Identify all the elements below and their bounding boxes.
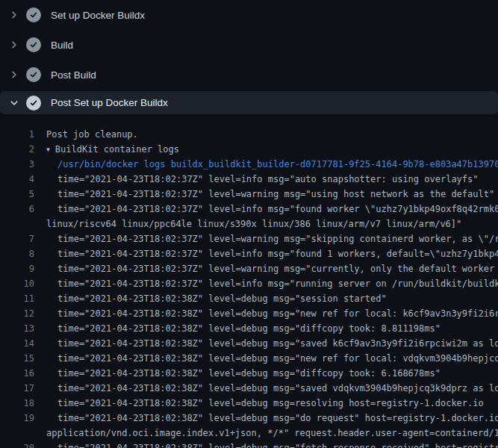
log-line-text: ▼time="2021-04-23T18:02:37Z" level=info … xyxy=(34,246,498,261)
log-line-text: ▼Post job cleanup. xyxy=(34,127,138,142)
log-line-number[interactable]: 6 xyxy=(0,202,34,217)
log-line-text: ▼time="2021-04-23T18:02:37Z" level=warni… xyxy=(34,261,498,276)
log-line-number[interactable]: 14 xyxy=(0,336,34,351)
check-circle-icon xyxy=(26,7,41,22)
log-line-number[interactable]: 13 xyxy=(0,321,34,336)
log-line-number[interactable]: 15 xyxy=(0,351,34,366)
step-row-post-set-up-docker-buildx[interactable]: Post Set up Docker Buildx xyxy=(0,91,498,114)
log-line-text: ▼linux/riscv64 linux/ppc64le linux/s390x… xyxy=(34,217,461,231)
log-line-text: ▼time="2021-04-23T18:02:38Z" level=debug… xyxy=(34,306,498,321)
log-line-text: ▼/usr/bin/docker logs buildx_buildkit_bu… xyxy=(34,157,498,172)
step-row-build[interactable]: Build xyxy=(0,30,498,60)
log-line-text: ▼time="2021-04-23T18:02:38Z" level=debug… xyxy=(34,381,498,396)
step-row-post-build[interactable]: Post Build xyxy=(0,60,498,90)
step-label: Post Build xyxy=(51,69,96,81)
log-line: 9 ▼time="2021-04-23T18:02:37Z" level=war… xyxy=(0,261,498,276)
log-line-number[interactable]: 2 xyxy=(0,142,34,157)
log-line-number[interactable]: 8 xyxy=(0,246,34,261)
log-line: 8 ▼time="2021-04-23T18:02:37Z" level=inf… xyxy=(0,246,498,261)
log-line-text: ▼time="2021-04-23T18:02:37Z" level=warni… xyxy=(34,187,494,202)
log-line: 19 ▼time="2021-04-23T18:02:38Z" level=de… xyxy=(0,411,498,426)
step-label: Post Set up Docker Buildx xyxy=(51,97,168,108)
log-line-number[interactable]: 16 xyxy=(0,366,34,381)
log-line: 16 ▼time="2021-04-23T18:02:38Z" level=de… xyxy=(0,366,498,381)
check-circle-icon xyxy=(26,96,41,111)
log-line: ▼linux/riscv64 linux/ppc64le linux/s390x… xyxy=(0,217,498,231)
log-line-text: ▼time="2021-04-23T18:02:38Z" level=debug… xyxy=(34,366,441,381)
log-line-number[interactable]: 18 xyxy=(0,396,34,411)
log-line: 5 ▼time="2021-04-23T18:02:37Z" level=war… xyxy=(0,187,498,202)
log-line-number[interactable]: 11 xyxy=(0,291,34,306)
check-circle-icon xyxy=(26,67,41,82)
collapse-triangle-icon[interactable]: ▼ xyxy=(46,146,50,153)
check-circle-icon xyxy=(26,37,41,52)
log-line-text: ▼time="2021-04-23T18:02:37Z" level=info … xyxy=(34,202,498,217)
log-line: 6 ▼time="2021-04-23T18:02:37Z" level=inf… xyxy=(0,202,498,217)
log-line: 4 ▼time="2021-04-23T18:02:37Z" level=inf… xyxy=(0,172,498,187)
log-line-text: ▼time="2021-04-23T18:02:38Z" level=debug… xyxy=(34,411,498,426)
log-line: 15 ▼time="2021-04-23T18:02:38Z" level=de… xyxy=(0,351,498,366)
log-line: 3 ▼/usr/bin/docker logs buildx_buildkit_… xyxy=(0,157,498,172)
log-line: 14 ▼time="2021-04-23T18:02:38Z" level=de… xyxy=(0,336,498,351)
log-line: 18 ▼time="2021-04-23T18:02:38Z" level=de… xyxy=(0,396,498,411)
log-line-text: ▼time="2021-04-23T18:02:38Z" level=debug… xyxy=(34,441,498,448)
log-line: 17 ▼time="2021-04-23T18:02:38Z" level=de… xyxy=(0,381,498,396)
log-line-text: ▼time="2021-04-23T18:02:38Z" level=debug… xyxy=(34,291,387,306)
log-line-text: ▼time="2021-04-23T18:02:38Z" level=debug… xyxy=(34,351,498,366)
log-line-number[interactable]: 7 xyxy=(0,231,34,246)
log-line-text: ▼application/vnd.oci.image.index.v1+json… xyxy=(34,426,498,441)
step-label: Build xyxy=(51,40,73,51)
log-line: 12 ▼time="2021-04-23T18:02:38Z" level=de… xyxy=(0,306,498,321)
log-line-number[interactable] xyxy=(0,217,34,231)
log-line-text: ▼time="2021-04-23T18:02:37Z" level=info … xyxy=(34,276,498,291)
log-line-number[interactable] xyxy=(0,426,34,441)
log-line-text: ▼time="2021-04-23T18:02:38Z" level=debug… xyxy=(34,396,484,411)
log-line-number[interactable]: 19 xyxy=(0,411,34,426)
log-line-text: ▼time="2021-04-23T18:02:37Z" level=warni… xyxy=(34,231,498,246)
log-line: 1 ▼Post job cleanup. xyxy=(0,127,498,142)
workflow-steps-list: Set up Docker Buildx Build Post Build Po… xyxy=(0,0,498,114)
chevron-right-icon xyxy=(10,70,19,79)
log-line: 10 ▼time="2021-04-23T18:02:37Z" level=in… xyxy=(0,276,498,291)
log-line-text: ▼time="2021-04-23T18:02:37Z" level=info … xyxy=(34,172,479,187)
log-line: 7 ▼time="2021-04-23T18:02:37Z" level=war… xyxy=(0,231,498,246)
log-line-number[interactable]: 5 xyxy=(0,187,34,202)
log-line: 2 ▼BuildKit container logs xyxy=(0,142,498,157)
log-line-number[interactable]: 17 xyxy=(0,381,34,396)
log-line: 13 ▼time="2021-04-23T18:02:38Z" level=de… xyxy=(0,321,498,336)
log-line-number[interactable]: 3 xyxy=(0,157,34,172)
log-line-text: ▼time="2021-04-23T18:02:38Z" level=debug… xyxy=(34,336,498,351)
log-line-number[interactable]: 12 xyxy=(0,306,34,321)
log-line-number[interactable]: 20 xyxy=(0,441,34,448)
log-line: ▼application/vnd.oci.image.index.v1+json… xyxy=(0,426,498,441)
log-line-text[interactable]: ▼BuildKit container logs xyxy=(34,142,179,157)
log-line-number[interactable]: 1 xyxy=(0,127,34,142)
log-line-number[interactable]: 4 xyxy=(0,172,34,187)
log-line: 11 ▼time="2021-04-23T18:02:38Z" level=de… xyxy=(0,291,498,306)
step-label: Set up Docker Buildx xyxy=(51,10,145,21)
step-row-set-up-docker-buildx[interactable]: Set up Docker Buildx xyxy=(0,0,498,30)
log-line-number[interactable]: 9 xyxy=(0,261,34,276)
log-line-number[interactable]: 10 xyxy=(0,276,34,291)
log-line-text: ▼time="2021-04-23T18:02:38Z" level=debug… xyxy=(34,321,441,336)
chevron-down-icon xyxy=(10,99,19,108)
log-line: 20 ▼time="2021-04-23T18:02:38Z" level=de… xyxy=(0,441,498,448)
chevron-right-icon xyxy=(10,40,19,49)
chevron-right-icon xyxy=(10,10,19,19)
log-viewer: 1 ▼Post job cleanup. 2 ▼BuildKit contain… xyxy=(0,127,498,448)
